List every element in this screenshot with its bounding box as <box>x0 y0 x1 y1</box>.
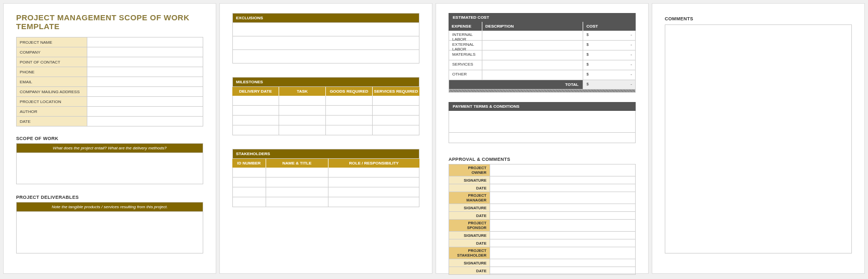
payment-header: PAYMENT TERMS & CONDITIONS <box>449 102 636 111</box>
approval-table: PROJECT OWNER SIGNATURE DATE PROJECT MAN… <box>449 164 636 275</box>
info-value[interactable] <box>87 77 203 87</box>
approval-sig: SIGNATURE <box>449 204 490 212</box>
scope-hint: What does the project entail? What are t… <box>16 143 203 153</box>
cost-row[interactable]: SERVICES$- <box>449 60 636 70</box>
deliverables-input[interactable] <box>16 212 203 253</box>
page-4: COMMENTS <box>652 3 865 274</box>
stakeholder-row[interactable] <box>232 187 419 197</box>
payment-input[interactable] <box>449 111 636 133</box>
approval-value[interactable] <box>490 239 635 247</box>
approval-value[interactable] <box>490 267 635 275</box>
col-id: ID NUMBER <box>232 159 266 168</box>
milestone-row[interactable] <box>232 106 419 116</box>
approval-value[interactable] <box>490 192 635 204</box>
info-label: COMPANY <box>17 47 87 57</box>
stakeholder-row[interactable] <box>232 168 419 177</box>
cost-row[interactable]: EXTERNAL LABOR$- <box>449 41 636 50</box>
info-value[interactable] <box>87 47 203 57</box>
col-description: DESCRIPTION <box>482 22 583 31</box>
approval-date: DATE <box>449 267 490 275</box>
approval-value[interactable] <box>490 176 635 184</box>
info-label: COMPANY MAILING ADDRESS <box>17 87 87 97</box>
milestone-row[interactable] <box>232 116 419 125</box>
deliverables-hint: Note the tangible products / services re… <box>16 202 203 212</box>
col-delivery-date: DELIVERY DATE <box>232 87 279 96</box>
page-title: PROJECT MANAGEMENT SCOPE OF WORK TEMPLAT… <box>16 13 203 31</box>
page-3: ESTIMATED COST EXPENSE DESCRIPTION COST … <box>436 3 649 274</box>
milestones-header: MILESTONES <box>232 77 419 87</box>
comments-input[interactable] <box>665 24 852 253</box>
stakeholders-column-header: ID NUMBER NAME & TITLE ROLE / RESPONSIBI… <box>232 159 419 168</box>
info-value[interactable] <box>87 87 203 97</box>
total-label: TOTAL <box>449 80 583 90</box>
approval-date: DATE <box>449 184 490 192</box>
approval-value[interactable] <box>490 259 635 267</box>
col-cost: COST <box>583 22 636 31</box>
info-label: EMAIL <box>17 77 87 87</box>
info-label: PROJECT LOCATION <box>17 97 87 107</box>
approval-sig: SIGNATURE <box>449 176 490 184</box>
approval-date: DATE <box>449 239 490 247</box>
comments-label: COMMENTS <box>665 16 852 21</box>
exclusions-row[interactable] <box>232 36 419 50</box>
cost-header: ESTIMATED COST <box>449 13 636 22</box>
exclusions-header: EXCLUSIONS <box>232 13 419 23</box>
approval-value[interactable] <box>490 220 635 232</box>
document-pages: PROJECT MANAGEMENT SCOPE OF WORK TEMPLAT… <box>3 3 865 274</box>
milestone-row[interactable] <box>232 96 419 106</box>
approval-head: PROJECT OWNER <box>449 164 490 176</box>
approval-value[interactable] <box>490 204 635 212</box>
stakeholder-row[interactable] <box>232 197 419 207</box>
col-services: SERVICES REQUIRED <box>373 87 419 96</box>
col-role: ROLE / RESPONSIBILITY <box>328 159 419 168</box>
info-value[interactable] <box>87 57 203 67</box>
col-expense: EXPENSE <box>449 22 482 31</box>
approval-head: PROJECT MANAGER <box>449 192 490 204</box>
approval-date: DATE <box>449 212 490 220</box>
milestones-column-header: DELIVERY DATE TASK GOODS REQUIRED SERVIC… <box>232 87 419 96</box>
approval-value[interactable] <box>490 184 635 192</box>
info-value[interactable] <box>87 117 203 126</box>
cost-total-row: TOTAL $- <box>449 80 636 90</box>
info-label: POINT OF CONTACT <box>17 57 87 67</box>
approval-sig: SIGNATURE <box>449 259 490 267</box>
cost-column-header: EXPENSE DESCRIPTION COST <box>449 22 636 31</box>
project-info-table: PROJECT NAME COMPANY POINT OF CONTACT PH… <box>16 37 203 126</box>
col-goods: GOODS REQUIRED <box>326 87 373 96</box>
approval-sig: SIGNATURE <box>449 232 490 239</box>
stakeholders-header: STAKEHOLDERS <box>232 149 419 159</box>
info-value[interactable] <box>87 67 203 77</box>
cost-row[interactable]: OTHER$- <box>449 70 636 80</box>
scope-label: SCOPE OF WORK <box>16 136 203 141</box>
approval-value[interactable] <box>490 232 635 239</box>
total-value: $- <box>583 80 636 90</box>
page-2: EXCLUSIONS MILESTONES DELIVERY DATE TASK… <box>219 3 432 274</box>
info-label: PROJECT NAME <box>17 37 87 47</box>
cost-row[interactable]: INTERNAL LABOR$- <box>449 31 636 41</box>
info-label: AUTHOR <box>17 107 87 117</box>
col-name-title: NAME & TITLE <box>266 159 328 168</box>
deliverables-label: PROJECT DELIVERABLES <box>16 195 203 200</box>
payment-input[interactable] <box>449 133 636 143</box>
col-task: TASK <box>279 87 326 96</box>
milestone-row[interactable] <box>232 125 419 135</box>
page-1: PROJECT MANAGEMENT SCOPE OF WORK TEMPLAT… <box>3 3 216 274</box>
info-label: PHONE <box>17 67 87 77</box>
info-value[interactable] <box>87 107 203 117</box>
approval-head: PROJECT STAKEHOLDER <box>449 247 490 259</box>
info-value[interactable] <box>87 37 203 47</box>
scope-input[interactable] <box>16 153 203 184</box>
approval-label: APPROVAL & COMMENTS <box>449 157 636 162</box>
exclusions-row[interactable] <box>232 23 419 36</box>
info-value[interactable] <box>87 97 203 107</box>
stakeholder-row[interactable] <box>232 177 419 187</box>
approval-head: PROJECT SPONSOR <box>449 220 490 232</box>
approval-value[interactable] <box>490 212 635 220</box>
cost-row[interactable]: MATERIALS$- <box>449 50 636 60</box>
approval-value[interactable] <box>490 247 635 259</box>
info-label: DATE <box>17 117 87 126</box>
exclusions-row[interactable] <box>232 50 419 64</box>
approval-value[interactable] <box>490 164 635 176</box>
